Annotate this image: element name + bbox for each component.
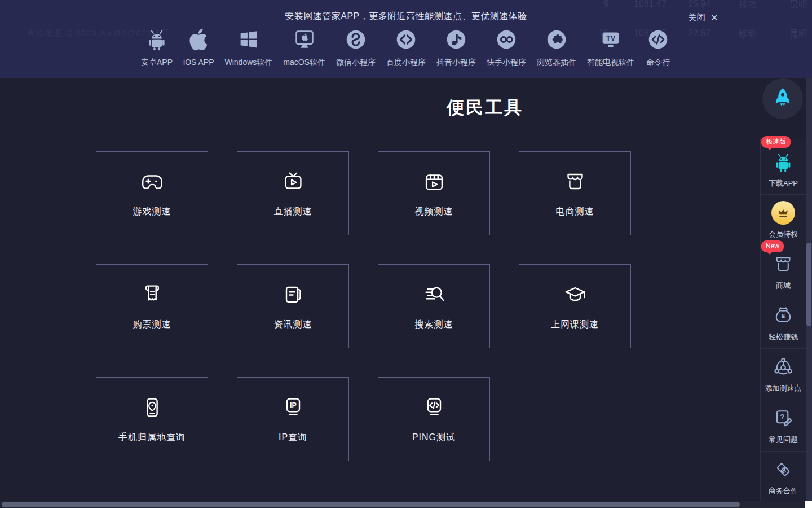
bg-cell-carrier: 移动: [739, 0, 757, 11]
sidebar-item-label: 添加测速点: [765, 383, 802, 393]
platform-item-baidu-miniprogram[interactable]: 百度小程序: [386, 27, 426, 68]
code-icon: [421, 395, 447, 421]
sidebar-item-earn-money[interactable]: ¥ 轻松赚钱: [761, 297, 806, 349]
tool-card-label: 上网课测速: [551, 319, 599, 331]
kuaishou-miniprogram-icon: [493, 27, 519, 52]
tool-card-online-class-speedtest[interactable]: 上网课测速: [519, 264, 631, 348]
sidebar-item-label: 下载APP: [769, 178, 798, 189]
tools-section-header: 便民工具: [0, 95, 812, 121]
platform-item-command-line[interactable]: 命令行: [645, 27, 671, 68]
bg-cell-city: 昆明: [789, 0, 807, 11]
apple-icon: [186, 27, 211, 52]
money-bag-icon: ¥: [771, 304, 795, 327]
platform-label: 百度小程序: [386, 58, 426, 68]
vertical-scrollbar-thumb[interactable]: [806, 243, 811, 326]
live-tv-icon: [280, 169, 306, 195]
platform-label: macOS软件: [283, 58, 325, 68]
tool-card-phone-location-lookup[interactable]: 手机归属地查询: [96, 377, 208, 461]
tool-card-livestream-speedtest[interactable]: 直播测速: [237, 151, 349, 235]
tool-card-label: IP查询: [279, 432, 307, 444]
network-nodes-icon: [771, 355, 795, 379]
back-to-top-button[interactable]: [762, 78, 803, 119]
platform-label: 安卓APP: [141, 58, 173, 68]
sidebar-item-label: 会员特权: [769, 229, 798, 239]
tool-card-game-speedtest[interactable]: 游戏测速: [96, 151, 208, 235]
ticket-icon: [139, 282, 165, 308]
handshake-icon: [771, 458, 795, 481]
sidebar-item-label: 商城: [776, 281, 791, 291]
platform-label: 快手小程序: [487, 58, 526, 68]
sidebar-item-label: 常见问题: [769, 435, 798, 445]
platform-label: 命令行: [646, 58, 670, 68]
background-table-row: 9 1081.47 25.94 移动 昆明: [0, 0, 812, 10]
tool-card-label: 直播测速: [274, 206, 312, 218]
tool-card-label: 资讯测速: [274, 319, 312, 331]
storefront-icon: [771, 252, 795, 276]
faq-icon: ?: [771, 406, 795, 430]
ip-icon: IP: [280, 395, 306, 421]
tool-card-news-speedtest[interactable]: 资讯测速: [237, 264, 349, 348]
platform-item-douyin-miniprogram[interactable]: 抖音小程序: [436, 27, 476, 68]
sidebar-item-vip[interactable]: 会员特权: [761, 195, 806, 246]
graduation-cap-icon: [562, 282, 588, 308]
horizontal-scrollbar-track[interactable]: [0, 501, 812, 508]
bg-cell-latency: 25.94: [688, 0, 710, 9]
platform-label: 抖音小程序: [436, 58, 476, 68]
horizontal-scrollbar-thumb[interactable]: [2, 502, 740, 507]
tool-card-ping-test[interactable]: PING测试: [378, 377, 490, 461]
platform-label: 智能电视软件: [587, 58, 634, 68]
tool-card-video-speedtest[interactable]: 视频测速: [378, 151, 490, 235]
speedtest-tools-page: { "banner": { "message": "安装网速管家APP，更多附近…: [0, 0, 812, 508]
sidebar-item-business-cooperation[interactable]: 商务合作: [761, 452, 806, 503]
banner-close-button[interactable]: 关闭 ✕: [688, 12, 718, 24]
title-divider-left: [96, 108, 406, 108]
app-promo-banner: 高德地图 © 2023 Au GS(2023)5号 9 1081.47 25.9…: [0, 0, 812, 78]
banner-message: 安装网速管家APP，更多附近高性能测速点、更优测速体验: [285, 11, 527, 23]
platform-item-browser-extension[interactable]: 浏览器插件: [537, 27, 576, 68]
baidu-miniprogram-icon: [393, 27, 419, 52]
close-icon: ✕: [710, 12, 718, 23]
rocket-icon: [770, 86, 796, 112]
ip-icon-text: IP: [290, 401, 297, 409]
browser-extension-icon: [544, 27, 570, 52]
search-icon: [421, 282, 447, 308]
platform-item-macos[interactable]: macOS软件: [283, 27, 325, 68]
bg-cell-bandwidth: 1081.47: [634, 0, 667, 9]
wechat-miniprogram-icon: [343, 27, 369, 52]
video-icon: [421, 169, 447, 195]
bg-cell-rank: 9: [597, 0, 609, 9]
sidebar-item-download-app[interactable]: 极速版 下载APP: [761, 138, 806, 195]
tools-grid: 游戏测速 直播测速 视频测速 电商测速 购票测速: [96, 151, 631, 461]
android-icon: [771, 150, 795, 174]
phone-location-icon: [139, 395, 165, 421]
scrollbar-corner: [805, 501, 812, 508]
tool-card-ticket-speedtest[interactable]: 购票测速: [96, 264, 208, 348]
tool-card-ip-lookup[interactable]: IP IP查询: [237, 377, 349, 461]
new-badge: New: [761, 240, 784, 252]
tool-card-label: 游戏测速: [133, 206, 171, 218]
tool-card-label: PING测试: [412, 432, 456, 444]
platform-item-windows[interactable]: Windows软件: [225, 27, 273, 68]
platform-item-wechat-miniprogram[interactable]: 微信小程序: [336, 27, 376, 68]
platform-item-android-app[interactable]: 安卓APP: [141, 27, 173, 68]
windows-icon: [236, 27, 262, 52]
tool-card-label: 购票测速: [133, 319, 171, 331]
vertical-scrollbar-track[interactable]: [806, 78, 812, 501]
sidebar-item-label: 轻松赚钱: [769, 332, 798, 342]
platform-item-kuaishou-miniprogram[interactable]: 快手小程序: [487, 27, 526, 68]
tool-card-label: 视频测速: [415, 206, 453, 218]
sidebar-item-mall[interactable]: New 商城: [761, 246, 806, 297]
gamepad-icon: [139, 169, 165, 195]
tool-card-search-speedtest[interactable]: 搜索测速: [378, 264, 490, 348]
platform-label: iOS APP: [183, 58, 214, 67]
yuan-icon-text: ¥: [782, 313, 785, 319]
platform-item-ios-app[interactable]: iOS APP: [183, 27, 214, 67]
platform-label: Windows软件: [225, 58, 273, 68]
sidebar-item-faq[interactable]: ? 常见问题: [761, 400, 806, 452]
command-line-icon: [645, 27, 671, 52]
news-icon: [280, 282, 306, 308]
sidebar-item-add-speedtest-node[interactable]: 添加测速点: [761, 349, 806, 400]
tool-card-label: 搜索测速: [415, 319, 453, 331]
tool-card-ecommerce-speedtest[interactable]: 电商测速: [519, 151, 631, 235]
platform-item-smart-tv[interactable]: TV 智能电视软件: [587, 27, 634, 68]
